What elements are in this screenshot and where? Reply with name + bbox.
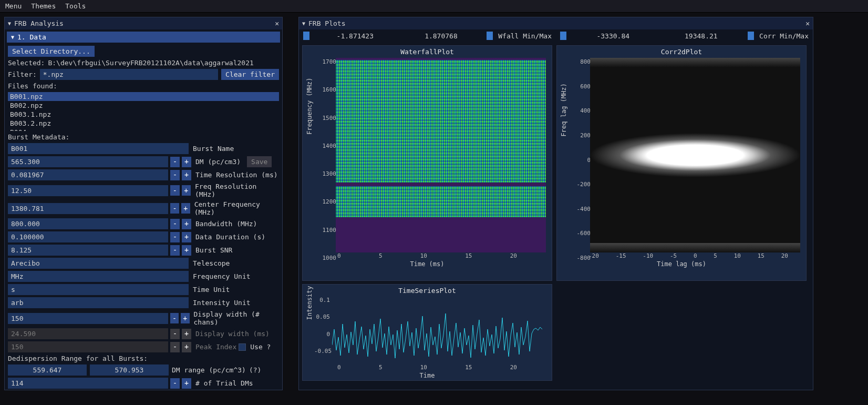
use-checkbox[interactable] [239,343,246,351]
trials-input[interactable] [8,378,168,389]
snr-label: Burst SNR [195,246,232,254]
waterfall-plot[interactable]: WaterfallPlot 1700 1600 1500 1400 1300 1… [302,45,552,281]
cfreq-input[interactable] [8,203,168,214]
int-unit-input[interactable] [8,297,189,308]
menu-bar: Menu Themes Tools [0,0,868,13]
file-list[interactable]: B001.npz B002.npz B003.1.npz B003.2.npz … [8,92,279,131]
menu-item-tools[interactable]: Tools [65,2,86,10]
snr-dec[interactable]: - [170,245,180,256]
disp-chan-label: Display width (# chans) [194,310,280,326]
list-item[interactable]: B003.2.npz [8,119,279,128]
corr-max-handle[interactable] [748,32,754,40]
select-directory-button[interactable]: Select Directory... [8,46,95,57]
dm-dec[interactable]: - [170,157,180,167]
dm-label: DM (pc/cm3) [195,158,241,166]
disp-chan-dec[interactable]: - [170,313,179,323]
panel-title: FRB Analysis [14,19,64,27]
timeseries-plot[interactable]: TimeSeriesPlot 0.1 0.05 0 -0.05 Intensit… [302,284,552,381]
time-unit-input[interactable] [8,284,189,295]
filter-input[interactable] [40,69,218,80]
corr-min-value: -3330.84 [572,32,655,40]
list-item[interactable]: B001.npz [8,92,279,101]
plot-title: WaterfallPlot [400,46,454,58]
cfreq-label: Center Frequency (MHz) [194,200,279,216]
telescope-input[interactable] [8,258,189,269]
dm-hi-input[interactable] [90,364,169,376]
trials-inc[interactable]: + [182,378,191,389]
disp-ms-label: Display width (ms) [195,330,270,338]
menu-item-themes[interactable]: Themes [31,2,56,10]
burst-name-input[interactable] [8,143,189,154]
tres-input[interactable] [8,169,168,180]
tres-dec[interactable]: - [170,170,180,180]
snr-inc[interactable]: + [182,245,191,256]
dm-input[interactable] [8,156,168,167]
wfall-max-handle[interactable] [487,32,493,40]
peak-idx-inc: + [182,342,191,352]
disp-ms-input [8,328,168,339]
dur-dec[interactable]: - [170,232,180,242]
section-data[interactable]: ▼ 1. Data [7,32,280,43]
panel-title: FRB Plots [308,19,345,27]
dur-input[interactable] [8,231,168,242]
disp-ms-dec: - [170,329,180,339]
dm-range-help[interactable]: (?) [249,366,261,374]
corr-min-handle[interactable] [560,32,566,40]
peak-idx-input [8,341,168,352]
disp-ms-inc: + [182,329,191,339]
tres-label: Time Resolution (ms) [195,171,278,179]
corr2d-plot[interactable]: Corr2dPlot 800 600 400 200 0 -200 -400 -… [556,45,807,281]
fres-label: Freq Resolution (MHz) [195,183,279,198]
bw-input[interactable] [8,218,168,229]
peak-idx-label: Peak Index [195,343,236,351]
filter-label: Filter: [8,70,37,78]
freq-unit-label: Frequency Unit [193,272,251,280]
close-icon[interactable]: ✕ [275,19,279,27]
wfall-slider-label: Wfall Min/Max [498,32,552,40]
dm-inc[interactable]: + [182,157,191,167]
disp-chan-input[interactable] [8,313,168,324]
trials-label: # of Trial DMs [195,379,253,387]
burst-name-label: Burst Name [193,145,234,153]
menu-item-menu[interactable]: Menu [5,2,22,10]
chevron-down-icon: ▼ [11,34,14,40]
fres-dec[interactable]: - [170,185,180,196]
use-label: Use ? [250,343,271,351]
collapse-icon[interactable]: ▼ [8,21,11,26]
freq-unit-input[interactable] [8,271,189,282]
y-axis-label: Frequency (MHz) [306,77,313,134]
metadata-header: Burst Metadata: [8,133,69,141]
snr-input[interactable] [8,245,168,256]
selected-label: Selected: [8,59,45,67]
close-icon[interactable]: ✕ [805,19,810,27]
y-axis-label: Intensity [306,286,313,320]
wfall-min-handle[interactable] [303,32,309,40]
files-found-label: Files found: [8,82,57,90]
collapse-icon[interactable]: ▼ [302,21,305,26]
bw-inc[interactable]: + [182,219,191,229]
dur-inc[interactable]: + [182,232,191,242]
list-item[interactable]: B004.npz [8,128,279,131]
list-item[interactable]: B003.1.npz [8,110,279,119]
plot-title: Corr2dPlot [661,46,702,58]
cfreq-dec[interactable]: - [170,203,179,214]
save-button[interactable]: Save [247,156,272,167]
fres-input[interactable] [8,185,168,196]
list-item[interactable]: B002.npz [8,101,279,110]
frb-analysis-panel: ▼ FRB Analysis ✕ ▼ 1. Data Select Direct… [4,17,283,390]
int-unit-label: Intensity Unit [193,299,251,307]
cfreq-inc[interactable]: + [181,203,190,214]
plot-title: TimeSeriesPlot [398,285,456,297]
disp-chan-inc[interactable]: + [181,313,189,323]
clear-filter-button[interactable]: Clear filter [221,69,279,80]
x-axis-label: Time [420,371,435,380]
corr-canvas [590,58,800,252]
fres-inc[interactable]: + [182,185,191,196]
tres-inc[interactable]: + [182,170,191,180]
dm-lo-input[interactable] [8,364,87,376]
waterfall-canvas [336,58,546,252]
peak-idx-dec: - [170,342,180,352]
trials-dec[interactable]: - [170,378,180,389]
wfall-max-value: 1.870768 [401,32,482,40]
bw-dec[interactable]: - [170,219,180,229]
